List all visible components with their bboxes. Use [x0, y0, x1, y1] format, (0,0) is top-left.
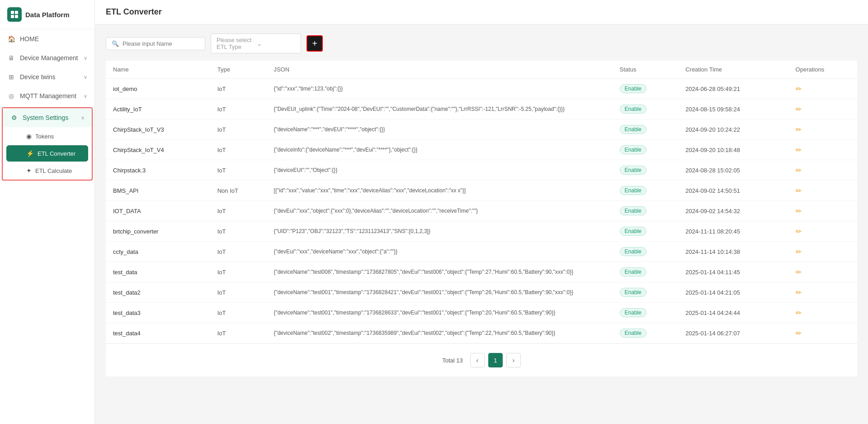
pagination-prev[interactable]: ‹: [470, 353, 485, 367]
cell-operations: ✏: [788, 99, 857, 119]
cell-created: 2025-01-14 04:11:45: [678, 262, 788, 282]
sidebar-item-mqtt-management[interactable]: ◎ MQTT Management ∨: [0, 86, 94, 105]
table-row: iot_demo IoT {"id":"xxx","time":123,"obj…: [106, 79, 857, 99]
pagination: Total 13 ‹ 1 ›: [106, 343, 857, 376]
edit-icon[interactable]: ✏: [796, 167, 802, 174]
cell-operations: ✏: [788, 221, 857, 242]
chevron-settings-icon: ∧: [81, 115, 85, 121]
pagination-page-1[interactable]: 1: [488, 353, 503, 367]
edit-icon[interactable]: ✏: [796, 187, 802, 195]
cell-created: 2024-09-20 10:24:22: [678, 119, 788, 140]
toolbar: 🔍 Please select ETL Type ⌄ +: [106, 33, 857, 53]
main-body: 🔍 Please select ETL Type ⌄ + Name Type J…: [95, 24, 868, 424]
edit-icon[interactable]: ✏: [796, 309, 802, 317]
sidebar-item-etl-calculate[interactable]: ✦ ETL Calculate: [6, 162, 88, 179]
sidebar-item-tokens[interactable]: ◉ Tokens: [6, 128, 88, 144]
table-row: Actility_IoT IoT {"DevEUI_uplink":{"Time…: [106, 99, 857, 119]
cell-name: brtchip_converter: [106, 221, 210, 242]
cell-status: Enable: [613, 262, 679, 282]
search-input[interactable]: [123, 40, 199, 47]
cell-name: ChirpStack_IoT_V3: [106, 119, 210, 140]
cell-name: IOT_DATA: [106, 201, 210, 221]
status-badge: Enable: [620, 329, 646, 338]
table-row: test_data3 IoT {"deviceName":"test001","…: [106, 303, 857, 323]
cell-json: {"UID":"P123","OBJ":"32123","TS":"123112…: [266, 221, 612, 242]
cell-status: Enable: [613, 79, 679, 99]
table-row: test_data2 IoT {"deviceName":"test001","…: [106, 282, 857, 303]
col-json: JSON: [266, 61, 612, 79]
status-badge: Enable: [620, 308, 646, 317]
cell-type: Non IoT: [210, 181, 267, 201]
cell-json: {"deviceName":"***","devEUI":"****","obj…: [266, 119, 612, 140]
cell-operations: ✏: [788, 160, 857, 181]
edit-icon[interactable]: ✏: [796, 248, 802, 256]
table-row: test_data4 IoT {"deviceName":"test002","…: [106, 323, 857, 343]
cell-operations: ✏: [788, 79, 857, 99]
edit-icon[interactable]: ✏: [796, 268, 802, 276]
cell-json: {"DevEUI_uplink":{"Time":"2024-08","DevE…: [266, 99, 612, 119]
edit-icon[interactable]: ✏: [796, 228, 802, 235]
system-settings-section: ⚙ System Settings ∧ ◉ Tokens ⚡ ETL Conve…: [2, 107, 93, 181]
etl-converter-icon: ⚡: [26, 150, 34, 157]
cell-operations: ✏: [788, 303, 857, 323]
cell-created: 2025-01-14 04:24:44: [678, 303, 788, 323]
sidebar-item-system-settings[interactable]: ⚙ System Settings ∧: [3, 108, 92, 127]
logo-icon: [7, 7, 22, 22]
mqtt-icon: ◎: [7, 92, 15, 100]
system-settings-icon: ⚙: [10, 114, 18, 122]
cell-created: 2024-11-11 08:20:45: [678, 221, 788, 242]
add-button[interactable]: +: [307, 35, 323, 52]
cell-status: Enable: [613, 282, 679, 303]
cell-status: Enable: [613, 242, 679, 262]
cell-created: 2024-06-28 05:49:21: [678, 79, 788, 99]
cell-status: Enable: [613, 160, 679, 181]
status-badge: Enable: [620, 166, 646, 175]
svg-rect-1: [15, 11, 18, 14]
edit-icon[interactable]: ✏: [796, 126, 802, 133]
cell-json: {"devEui":"xxx","deviceName":"xxx","obje…: [266, 242, 612, 262]
cell-created: 2024-09-02 14:50:51: [678, 181, 788, 201]
cell-json: {"deviceName":"test002","timestamp":"173…: [266, 323, 612, 343]
svg-rect-2: [11, 15, 14, 18]
cell-json: {"deviceName":"test006","timestamp":"173…: [266, 262, 612, 282]
svg-rect-3: [15, 15, 18, 18]
device-twins-icon: ⊞: [7, 73, 15, 81]
table-row: IOT_DATA IoT {"devEui":"xxx","object":{"…: [106, 201, 857, 221]
page-title: ETL Converter: [106, 7, 857, 17]
home-icon: 🏠: [7, 35, 15, 43]
cell-status: Enable: [613, 303, 679, 323]
search-box[interactable]: 🔍: [106, 37, 205, 50]
cell-json: {"id":"xxx","time":123,"obj":{}}: [266, 79, 612, 99]
edit-icon[interactable]: ✏: [796, 85, 802, 93]
edit-icon[interactable]: ✏: [796, 146, 802, 154]
plus-icon: +: [312, 39, 317, 48]
cell-name: test_data: [106, 262, 210, 282]
table-header-row: Name Type JSON Status Creation Time Oper…: [106, 61, 857, 79]
edit-icon[interactable]: ✏: [796, 289, 802, 296]
cell-name: BMS_API: [106, 181, 210, 201]
cell-operations: ✏: [788, 119, 857, 140]
etl-type-select[interactable]: Please select ETL Type ⌄: [211, 33, 301, 53]
cell-name: ChirpStack_IoT_V4: [106, 140, 210, 160]
chevron-down-icon: ∨: [84, 55, 87, 61]
cell-status: Enable: [613, 99, 679, 119]
cell-json: {"deviceInfo":{"deviceName":"***","devEu…: [266, 140, 612, 160]
table-row: ChirpStack_IoT_V3 IoT {"deviceName":"***…: [106, 119, 857, 140]
pagination-next[interactable]: ›: [506, 353, 521, 367]
sidebar-item-etl-converter[interactable]: ⚡ ETL Converter: [6, 145, 88, 162]
sidebar-item-device-twins[interactable]: ⊞ Device twins ∨: [0, 67, 94, 86]
col-name: Name: [106, 61, 210, 79]
cell-type: IoT: [210, 201, 267, 221]
sidebar-item-home[interactable]: 🏠 HOME: [0, 29, 94, 48]
edit-icon[interactable]: ✏: [796, 105, 802, 113]
page-header: ETL Converter: [95, 0, 868, 24]
sidebar-item-device-management[interactable]: 🖥 Device Management ∨: [0, 48, 94, 67]
cell-type: IoT: [210, 79, 267, 99]
edit-icon[interactable]: ✏: [796, 207, 802, 215]
col-operations: Operations: [788, 61, 857, 79]
cell-json: {"deviceName":"test001","timestamp":"173…: [266, 303, 612, 323]
status-badge: Enable: [620, 145, 646, 154]
device-management-icon: 🖥: [7, 54, 15, 62]
edit-icon[interactable]: ✏: [796, 329, 802, 337]
cell-status: Enable: [613, 201, 679, 221]
